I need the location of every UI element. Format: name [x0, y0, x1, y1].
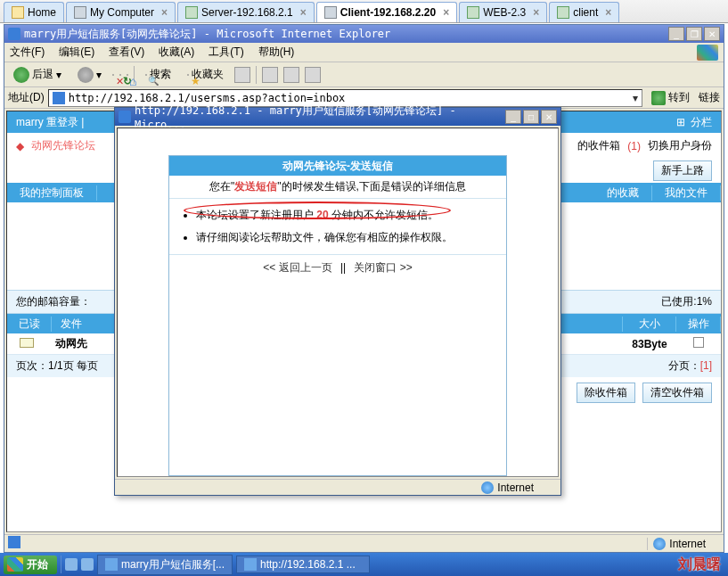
minimize-button[interactable]: _	[668, 27, 684, 41]
vm-tab-my-computer[interactable]: My Computer×	[66, 2, 176, 22]
popup-title: http://192.168.2.1 - marry用户短信服务[动网先锋论坛]…	[135, 103, 505, 131]
separator	[256, 66, 257, 84]
edit-button[interactable]	[305, 67, 321, 83]
forum-link[interactable]: 动网先锋论坛	[31, 138, 95, 153]
page-label: 分页：	[668, 359, 700, 372]
delete-inbox-button[interactable]: 除收件箱	[577, 383, 635, 403]
inbox-label: 的收件箱	[577, 138, 620, 153]
close-button[interactable]: ✕	[704, 27, 720, 41]
menu-file[interactable]: 文件(F)	[10, 45, 45, 60]
popup-content: 动网先锋论坛-发送短信 您在"发送短信"的时候发生错误,下面是错误的详细信息 本…	[117, 128, 559, 477]
ie-icon	[8, 28, 20, 40]
windows-flag-icon	[7, 557, 23, 572]
dropdown-icon[interactable]: ▾	[633, 92, 638, 104]
vm-tab-client[interactable]: Client-192.168.2.20×	[316, 2, 457, 22]
vm-tab-home[interactable]: Home	[4, 2, 64, 22]
action-name: 发送短信	[234, 180, 277, 193]
popup-window: http://192.168.2.1 - marry用户短信服务[动网先锋论坛]…	[114, 107, 561, 496]
switch-identity-link[interactable]: 切换用户身份	[648, 138, 712, 153]
go-button[interactable]: 转到	[646, 88, 695, 107]
window-title: marry用户短信服务[动网先锋论坛] - Microsoft Internet…	[24, 27, 668, 42]
ie-statusbar: Internet	[4, 534, 724, 552]
maximize-button[interactable]: ❐	[686, 27, 702, 41]
close-icon[interactable]: ×	[443, 6, 449, 19]
th-op: 操作	[676, 317, 721, 332]
vm-tab-label: client	[573, 6, 598, 19]
home-button[interactable]	[127, 74, 128, 76]
menu-favorites[interactable]: 收藏(A)	[159, 45, 194, 60]
ie-icon	[8, 536, 20, 548]
task-ie-popup[interactable]: http://192.168.2.1 ...	[236, 555, 370, 573]
go-label: 转到	[668, 90, 690, 105]
back-button[interactable]: 后退▾	[8, 65, 67, 85]
error-subtitle: 您在"发送短信"的时候发生错误,下面是错误的详细信息	[169, 176, 506, 199]
history-button[interactable]	[234, 67, 250, 83]
home-icon	[12, 6, 24, 19]
close-icon[interactable]: ×	[533, 6, 539, 19]
menu-edit[interactable]: 编辑(E)	[59, 45, 94, 60]
popup-titlebar[interactable]: http://192.168.2.1 - marry用户短信服务[动网先锋论坛]…	[115, 108, 560, 126]
menu-tools[interactable]: 工具(T)	[209, 45, 243, 60]
nav-favorites[interactable]: 的收藏	[594, 185, 652, 201]
back-link[interactable]: << 返回上一页	[263, 261, 331, 274]
url-text: http://192.168.2.1/usersms.asp?action=in…	[69, 92, 629, 104]
th-size: 大小	[623, 317, 676, 332]
mail-button[interactable]	[262, 67, 278, 83]
error-list: 本论坛设置了新注册用户 20 分钟内不允许发短信。 请仔细阅读论坛帮助文件，确保…	[169, 199, 506, 254]
stop-button[interactable]	[112, 74, 114, 76]
close-button[interactable]: ✕	[541, 110, 557, 124]
page-current[interactable]: [1]	[700, 359, 712, 372]
search-icon	[145, 74, 147, 76]
ie-icon	[119, 111, 131, 123]
capacity-used: 已使用:1%	[661, 294, 712, 309]
bullet-icon: ◆	[16, 140, 24, 152]
newbie-button[interactable]: 新手上路	[653, 160, 712, 181]
error-item-1: 本论坛设置了新注册用户 20 分钟内不允许发短信。	[196, 204, 494, 226]
refresh-button[interactable]	[119, 74, 121, 76]
pc-icon	[324, 6, 337, 19]
error-box: 动网先锋论坛-发送短信 您在"发送短信"的时候发生错误,下面是错误的详细信息 本…	[168, 155, 507, 476]
split-link[interactable]: 分栏	[691, 115, 712, 130]
search-button[interactable]: 搜索	[140, 65, 176, 84]
menu-view[interactable]: 查看(V)	[109, 45, 144, 60]
vm-tab-server[interactable]: Server-192.168.2.1×	[177, 2, 315, 22]
minimize-button[interactable]: _	[505, 110, 521, 124]
maximize-button[interactable]: □	[523, 110, 539, 124]
start-button[interactable]: 开始	[4, 555, 57, 574]
task-label: http://192.168.2.1 ...	[260, 558, 356, 571]
task-label: marry用户短信服务[...	[121, 557, 225, 572]
vm-tabs: Home My Computer× Server-192.168.2.1× Cl…	[0, 0, 728, 23]
vm-tab-web[interactable]: WEB-2.3×	[459, 2, 547, 22]
row-checkbox[interactable]	[693, 337, 704, 348]
close-link[interactable]: 关闭窗口 >>	[354, 261, 412, 274]
quicklaunch-icon[interactable]	[81, 558, 94, 571]
globe-icon	[653, 538, 666, 550]
error-footer: << 返回上一页 || 关闭窗口 >>	[169, 254, 506, 281]
server-icon	[185, 6, 198, 19]
quicklaunch-icon[interactable]	[65, 558, 78, 571]
inbox-count: (1)	[627, 140, 641, 152]
clear-inbox-button[interactable]: 清空收件箱	[642, 383, 712, 403]
menu-help[interactable]: 帮助(H)	[258, 45, 295, 60]
favorites-button[interactable]: 收藏夹	[182, 65, 229, 84]
task-ie-main[interactable]: marry用户短信服务[...	[97, 555, 233, 575]
server-icon	[557, 6, 569, 19]
close-icon[interactable]: ×	[605, 6, 611, 19]
pc-icon	[74, 6, 86, 19]
th-read: 已读	[7, 317, 52, 332]
close-icon[interactable]: ×	[300, 6, 307, 19]
forward-button[interactable]: ▾	[72, 65, 107, 85]
popup-statusbar: Internet	[115, 479, 560, 495]
nav-files[interactable]: 我的文件	[652, 185, 721, 201]
minutes-value: 20	[316, 209, 328, 221]
links-label[interactable]: 链接	[699, 90, 720, 105]
vm-tab-label: My Computer	[90, 6, 154, 19]
back-icon	[13, 67, 29, 83]
mail-icon	[20, 338, 34, 348]
globe-icon	[481, 481, 494, 494]
close-icon[interactable]: ×	[161, 6, 168, 19]
vm-tab-client2[interactable]: client×	[549, 2, 619, 22]
vm-tab-label: Server-192.168.2.1	[201, 6, 293, 19]
nav-control-panel[interactable]: 我的控制面板	[7, 185, 97, 201]
print-button[interactable]	[283, 67, 299, 83]
